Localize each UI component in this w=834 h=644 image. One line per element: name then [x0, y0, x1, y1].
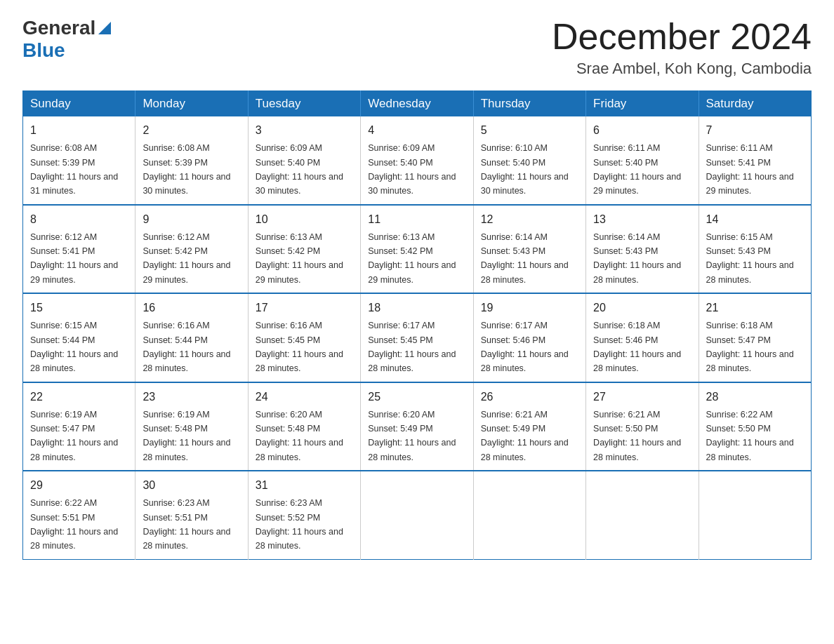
day-info: Sunrise: 6:08 AMSunset: 5:39 PMDaylight:…: [143, 143, 230, 196]
day-number: 26: [481, 389, 578, 405]
day-info: Sunrise: 6:19 AMSunset: 5:48 PMDaylight:…: [143, 410, 230, 462]
day-number: 13: [593, 211, 691, 228]
day-info: Sunrise: 6:23 AMSunset: 5:52 PMDaylight:…: [256, 498, 343, 551]
day-info: Sunrise: 6:16 AMSunset: 5:45 PMDaylight:…: [256, 321, 343, 373]
calendar-cell: 23Sunrise: 6:19 AMSunset: 5:48 PMDayligh…: [135, 382, 248, 471]
weekday-header-saturday: Saturday: [699, 91, 811, 117]
weekday-header-tuesday: Tuesday: [248, 91, 360, 117]
calendar-cell: 2Sunrise: 6:08 AMSunset: 5:39 PMDaylight…: [135, 116, 248, 205]
day-info: Sunrise: 6:14 AMSunset: 5:43 PMDaylight:…: [593, 232, 681, 285]
day-number: 8: [30, 211, 128, 228]
logo-general-text: General: [22, 17, 95, 39]
title-block: December 2024 Srae Ambel, Koh Kong, Camb…: [552, 17, 812, 78]
day-info: Sunrise: 6:21 AMSunset: 5:49 PMDaylight:…: [481, 410, 569, 462]
calendar-cell: 5Sunrise: 6:10 AMSunset: 5:40 PMDaylight…: [473, 116, 585, 205]
day-info: Sunrise: 6:18 AMSunset: 5:46 PMDaylight:…: [593, 321, 681, 373]
day-number: 30: [143, 477, 240, 494]
day-info: Sunrise: 6:11 AMSunset: 5:41 PMDaylight:…: [706, 143, 794, 196]
day-number: 7: [706, 122, 804, 139]
calendar-cell: [361, 471, 473, 559]
calendar-cell: 31Sunrise: 6:23 AMSunset: 5:52 PMDayligh…: [248, 471, 360, 559]
day-number: 5: [481, 122, 578, 139]
day-info: Sunrise: 6:21 AMSunset: 5:50 PMDaylight:…: [593, 410, 681, 462]
day-info: Sunrise: 6:09 AMSunset: 5:40 PMDaylight:…: [368, 143, 456, 196]
calendar-cell: 12Sunrise: 6:14 AMSunset: 5:43 PMDayligh…: [473, 205, 585, 294]
calendar-cell: 29Sunrise: 6:22 AMSunset: 5:51 PMDayligh…: [23, 471, 135, 559]
day-info: Sunrise: 6:09 AMSunset: 5:40 PMDaylight:…: [256, 143, 343, 196]
day-info: Sunrise: 6:17 AMSunset: 5:45 PMDaylight:…: [368, 321, 456, 373]
calendar-cell: 13Sunrise: 6:14 AMSunset: 5:43 PMDayligh…: [586, 205, 699, 294]
day-info: Sunrise: 6:14 AMSunset: 5:43 PMDaylight:…: [481, 232, 569, 285]
day-number: 24: [256, 389, 353, 405]
day-info: Sunrise: 6:12 AMSunset: 5:41 PMDaylight:…: [30, 232, 118, 285]
page-header: General Blue December 2024 Srae Ambel, K…: [22, 17, 812, 78]
calendar-cell: 7Sunrise: 6:11 AMSunset: 5:41 PMDaylight…: [699, 116, 811, 205]
calendar-cell: 22Sunrise: 6:19 AMSunset: 5:47 PMDayligh…: [23, 382, 135, 471]
calendar-cell: 9Sunrise: 6:12 AMSunset: 5:42 PMDaylight…: [135, 205, 248, 294]
calendar-cell: 26Sunrise: 6:21 AMSunset: 5:49 PMDayligh…: [473, 382, 585, 471]
day-info: Sunrise: 6:08 AMSunset: 5:39 PMDaylight:…: [30, 143, 118, 196]
calendar-week-row: 8Sunrise: 6:12 AMSunset: 5:41 PMDaylight…: [23, 205, 812, 294]
day-number: 29: [30, 477, 128, 494]
weekday-header-row: SundayMondayTuesdayWednesdayThursdayFrid…: [23, 91, 812, 117]
logo-blue-text: Blue: [22, 39, 65, 61]
calendar-cell: [699, 471, 811, 559]
calendar-cell: 10Sunrise: 6:13 AMSunset: 5:42 PMDayligh…: [248, 205, 360, 294]
day-number: 11: [368, 211, 465, 228]
calendar-cell: 20Sunrise: 6:18 AMSunset: 5:46 PMDayligh…: [586, 293, 699, 382]
location-subtitle: Srae Ambel, Koh Kong, Cambodia: [552, 60, 812, 78]
day-info: Sunrise: 6:20 AMSunset: 5:48 PMDaylight:…: [256, 410, 343, 462]
day-info: Sunrise: 6:15 AMSunset: 5:43 PMDaylight:…: [706, 232, 794, 285]
day-info: Sunrise: 6:15 AMSunset: 5:44 PMDaylight:…: [30, 321, 118, 373]
day-info: Sunrise: 6:11 AMSunset: 5:40 PMDaylight:…: [593, 143, 681, 196]
calendar-cell: 3Sunrise: 6:09 AMSunset: 5:40 PMDaylight…: [248, 116, 360, 205]
day-number: 23: [143, 389, 240, 405]
logo: General Blue: [22, 17, 111, 62]
day-number: 15: [30, 300, 128, 316]
day-number: 20: [593, 300, 691, 316]
day-number: 28: [706, 389, 804, 405]
day-number: 4: [368, 122, 465, 139]
day-number: 27: [593, 389, 691, 405]
calendar-table: SundayMondayTuesdayWednesdayThursdayFrid…: [22, 90, 812, 560]
month-title: December 2024: [552, 17, 812, 57]
svg-marker-0: [98, 22, 111, 34]
weekday-header-sunday: Sunday: [23, 91, 135, 117]
day-number: 10: [256, 211, 353, 228]
day-number: 16: [143, 300, 240, 316]
day-number: 19: [481, 300, 578, 316]
calendar-week-row: 29Sunrise: 6:22 AMSunset: 5:51 PMDayligh…: [23, 471, 812, 559]
logo-arrow-icon: [98, 22, 111, 37]
day-info: Sunrise: 6:13 AMSunset: 5:42 PMDaylight:…: [368, 232, 456, 285]
calendar-cell: 15Sunrise: 6:15 AMSunset: 5:44 PMDayligh…: [23, 293, 135, 382]
calendar-cell: 16Sunrise: 6:16 AMSunset: 5:44 PMDayligh…: [135, 293, 248, 382]
calendar-cell: 21Sunrise: 6:18 AMSunset: 5:47 PMDayligh…: [699, 293, 811, 382]
calendar-cell: [473, 471, 585, 559]
calendar-week-row: 22Sunrise: 6:19 AMSunset: 5:47 PMDayligh…: [23, 382, 812, 471]
day-info: Sunrise: 6:19 AMSunset: 5:47 PMDaylight:…: [30, 410, 118, 462]
day-info: Sunrise: 6:13 AMSunset: 5:42 PMDaylight:…: [256, 232, 343, 285]
calendar-cell: 30Sunrise: 6:23 AMSunset: 5:51 PMDayligh…: [135, 471, 248, 559]
day-number: 12: [481, 211, 578, 228]
day-info: Sunrise: 6:17 AMSunset: 5:46 PMDaylight:…: [481, 321, 569, 373]
calendar-cell: 19Sunrise: 6:17 AMSunset: 5:46 PMDayligh…: [473, 293, 585, 382]
day-number: 21: [706, 300, 804, 316]
calendar-cell: 1Sunrise: 6:08 AMSunset: 5:39 PMDaylight…: [23, 116, 135, 205]
day-number: 14: [706, 211, 804, 228]
day-number: 1: [30, 122, 128, 139]
day-number: 22: [30, 389, 128, 405]
weekday-header-thursday: Thursday: [473, 91, 585, 117]
day-info: Sunrise: 6:12 AMSunset: 5:42 PMDaylight:…: [143, 232, 230, 285]
weekday-header-monday: Monday: [135, 91, 248, 117]
day-number: 25: [368, 389, 465, 405]
calendar-cell: 25Sunrise: 6:20 AMSunset: 5:49 PMDayligh…: [361, 382, 473, 471]
weekday-header-wednesday: Wednesday: [361, 91, 473, 117]
day-number: 6: [593, 122, 691, 139]
day-number: 31: [256, 477, 353, 494]
day-info: Sunrise: 6:22 AMSunset: 5:51 PMDaylight:…: [30, 498, 118, 551]
calendar-cell: 28Sunrise: 6:22 AMSunset: 5:50 PMDayligh…: [699, 382, 811, 471]
day-info: Sunrise: 6:16 AMSunset: 5:44 PMDaylight:…: [143, 321, 230, 373]
calendar-cell: 14Sunrise: 6:15 AMSunset: 5:43 PMDayligh…: [699, 205, 811, 294]
day-info: Sunrise: 6:20 AMSunset: 5:49 PMDaylight:…: [368, 410, 456, 462]
calendar-week-row: 15Sunrise: 6:15 AMSunset: 5:44 PMDayligh…: [23, 293, 812, 382]
